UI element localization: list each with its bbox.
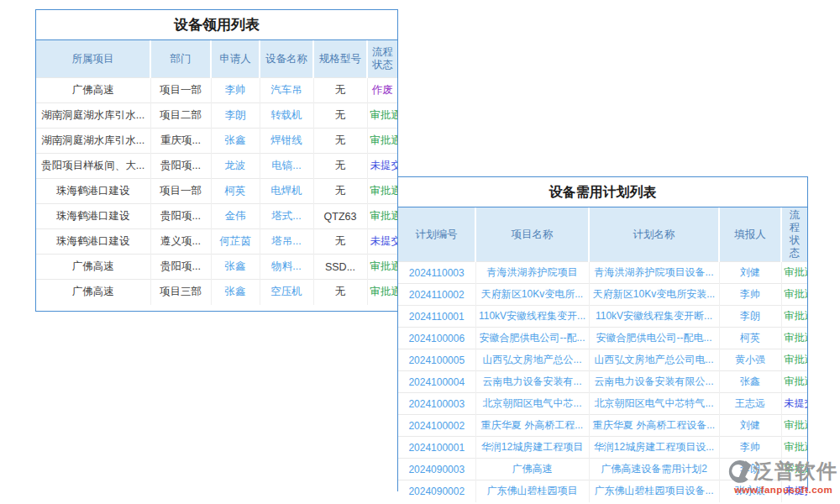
equipment-plan-panel: 设备需用计划列表 计划编号项目名称计划名称填报人流程状态 2024110003青… xyxy=(397,176,808,491)
project-cell: 珠海鹤港口建设 xyxy=(36,229,150,255)
table-row: 珠海鹤港口建设遵义项...何芷茵塔吊...无未提交 xyxy=(36,229,397,255)
plan-name-link[interactable]: 华润12城房建工程项目设... xyxy=(589,437,719,459)
workflow-status-cell: 审批通过 xyxy=(781,328,807,349)
reporter-link[interactable]: 李帅 xyxy=(719,284,781,306)
workflow-status-cell: 作废 xyxy=(367,78,397,103)
plan-name-link[interactable]: 北京朝阳区电气中芯特气... xyxy=(589,393,719,415)
equipment-name-link[interactable]: 电镐... xyxy=(260,154,313,179)
table-row: 珠海鹤港口建设项目一部柯英电焊机无审批通过 xyxy=(36,179,397,204)
project-name-link[interactable]: 安徽合肥供电公司--配... xyxy=(475,328,589,349)
equipment-name-link[interactable]: 焊钳线 xyxy=(260,129,313,154)
project-cell: 广佛高速 xyxy=(36,280,150,305)
plan-number-link[interactable]: 2024100004 xyxy=(398,371,475,393)
workflow-status-cell: 审批通过 xyxy=(781,306,807,328)
brand-name: 泛普软件 xyxy=(753,461,837,481)
applicant-link[interactable]: 李朗 xyxy=(211,103,260,129)
reporter-link[interactable]: 王志远 xyxy=(719,393,781,415)
plan-name-link[interactable]: 广东佛山碧桂园项目设备... xyxy=(589,480,719,502)
plan-name-link[interactable]: 山西弘文房地产总公司电... xyxy=(589,349,719,371)
requisition-table-body: 广佛高速项目一部李帅汽车吊无作废湖南洞庭湖水库引水...项目二部李朗转载机无审批… xyxy=(36,78,397,305)
reporter-link[interactable]: 刘健 xyxy=(719,415,781,437)
applicant-link[interactable]: 张鑫 xyxy=(211,280,260,305)
department-cell: 项目一部 xyxy=(150,78,211,103)
plan-name-link[interactable]: 云南电力设备安装有限公... xyxy=(589,371,719,393)
plan-number-link[interactable]: 2024090003 xyxy=(398,459,475,480)
plan-number-link[interactable]: 2024100003 xyxy=(398,393,475,415)
plan-number-link[interactable]: 2024110003 xyxy=(398,262,475,284)
equipment-name-link[interactable]: 空压机 xyxy=(260,280,313,305)
spec-model-cell: 无 xyxy=(313,103,367,129)
project-name-link[interactable]: 重庆华夏 外高桥工程... xyxy=(475,415,589,437)
plan-number-link[interactable]: 2024100002 xyxy=(398,415,475,437)
applicant-link[interactable]: 龙波 xyxy=(211,154,260,179)
reporter-link[interactable]: 黄小强 xyxy=(719,349,781,371)
department-cell: 贵阳项... xyxy=(150,255,211,280)
brand-url[interactable]: www.fanpusoft.com xyxy=(726,486,840,496)
plan-number-link[interactable]: 2024110002 xyxy=(398,284,475,306)
equipment-name-link[interactable]: 塔吊... xyxy=(260,229,313,255)
table-row: 2024110002天府新区10Kv变电所...天府新区10Kv变电所安装...… xyxy=(398,284,807,306)
project-name-link[interactable]: 110kV安徽线程集变开... xyxy=(475,306,589,328)
applicant-link[interactable]: 张鑫 xyxy=(211,255,260,280)
applicant-link[interactable]: 金伟 xyxy=(211,204,260,229)
column-header: 流程状态 xyxy=(367,40,397,78)
plan-table-title: 设备需用计划列表 xyxy=(398,177,807,207)
reporter-link[interactable]: 张鑫 xyxy=(719,371,781,393)
project-cell: 湖南洞庭湖水库引水... xyxy=(36,129,150,154)
plan-name-link[interactable]: 安徽合肥供电公司--配电... xyxy=(589,328,719,349)
plan-number-link[interactable]: 2024100001 xyxy=(398,437,475,459)
applicant-link[interactable]: 李帅 xyxy=(211,78,260,103)
table-row: 2024100003北京朝阳区电气中芯...北京朝阳区电气中芯特气...王志远未… xyxy=(398,393,807,415)
spec-model-cell: 无 xyxy=(313,179,367,204)
reporter-link[interactable]: 李朗 xyxy=(719,306,781,328)
table-row: 2024110001110kV安徽线程集变开...110kV安徽线程集变开断..… xyxy=(398,306,807,328)
workflow-status-cell: 审批通过 xyxy=(781,262,807,284)
plan-name-link[interactable]: 重庆华夏 外高桥工程设备... xyxy=(589,415,719,437)
workflow-status-cell: 审批通过 xyxy=(367,103,397,129)
plan-number-link[interactable]: 2024100005 xyxy=(398,349,475,371)
reporter-link[interactable]: 柯英 xyxy=(719,328,781,349)
plan-number-link[interactable]: 2024090002 xyxy=(398,480,475,502)
applicant-link[interactable]: 柯英 xyxy=(211,179,260,204)
column-header: 所属项目 xyxy=(36,40,150,78)
project-name-link[interactable]: 北京朝阳区电气中芯... xyxy=(475,393,589,415)
project-name-link[interactable]: 广佛高速 xyxy=(475,459,589,480)
equipment-requisition-panel: 设备领用列表 所属项目部门申请人设备名称规格型号流程状态 广佛高速项目一部李帅汽… xyxy=(35,9,398,312)
table-row: 贵阳项目样板间、大...贵阳项...龙波电镐...无未提交 xyxy=(36,154,397,179)
project-cell: 广佛高速 xyxy=(36,78,150,103)
department-cell: 贵阳项... xyxy=(150,154,211,179)
applicant-link[interactable]: 张鑫 xyxy=(211,129,260,154)
table-row: 广佛高速项目三部张鑫空压机无审批通过 xyxy=(36,280,397,305)
project-name-link[interactable]: 华润12城房建工程项目 xyxy=(475,437,589,459)
applicant-link[interactable]: 何芷茵 xyxy=(211,229,260,255)
equipment-name-link[interactable]: 塔式... xyxy=(260,204,313,229)
equipment-name-link[interactable]: 电焊机 xyxy=(260,179,313,204)
workflow-status-cell: 审批通过 xyxy=(781,349,807,371)
workflow-status-cell: 审批通过 xyxy=(781,284,807,306)
plan-name-link[interactable]: 天府新区10Kv变电所安装... xyxy=(589,284,719,306)
reporter-link[interactable]: 李帅 xyxy=(719,437,781,459)
plan-name-link[interactable]: 110kV安徽线程集变开断... xyxy=(589,306,719,328)
workflow-status-cell: 审批通过 xyxy=(781,415,807,437)
plan-number-link[interactable]: 2024100006 xyxy=(398,328,475,349)
equipment-name-link[interactable]: 转载机 xyxy=(260,103,313,129)
project-cell: 贵阳项目样板间、大... xyxy=(36,154,150,179)
workflow-status-cell: 审批通过 xyxy=(367,204,397,229)
equipment-name-link[interactable]: 汽车吊 xyxy=(260,78,313,103)
plan-number-link[interactable]: 2024110001 xyxy=(398,306,475,328)
project-cell: 湖南洞庭湖水库引水... xyxy=(36,103,150,129)
plan-name-link[interactable]: 青海洪湖养护院项目设备... xyxy=(589,262,719,284)
table-row: 2024110003青海洪湖养护院项目青海洪湖养护院项目设备...刘健审批通过 xyxy=(398,262,807,284)
project-name-link[interactable]: 山西弘文房地产总公... xyxy=(475,349,589,371)
project-name-link[interactable]: 广东佛山碧桂园项目 xyxy=(475,480,589,502)
fanpu-logo-icon xyxy=(726,458,753,485)
reporter-link[interactable]: 刘健 xyxy=(719,262,781,284)
table-row: 2024100002重庆华夏 外高桥工程...重庆华夏 外高桥工程设备...刘健… xyxy=(398,415,807,437)
project-name-link[interactable]: 天府新区10Kv变电所... xyxy=(475,284,589,306)
equipment-name-link[interactable]: 物料... xyxy=(260,255,313,280)
plan-name-link[interactable]: 广佛高速设备需用计划2 xyxy=(589,459,719,480)
requisition-table-title: 设备领用列表 xyxy=(36,10,397,40)
project-name-link[interactable]: 云南电力设备安装有... xyxy=(475,371,589,393)
project-name-link[interactable]: 青海洪湖养护院项目 xyxy=(475,262,589,284)
workflow-status-cell: 审批通过 xyxy=(367,280,397,305)
